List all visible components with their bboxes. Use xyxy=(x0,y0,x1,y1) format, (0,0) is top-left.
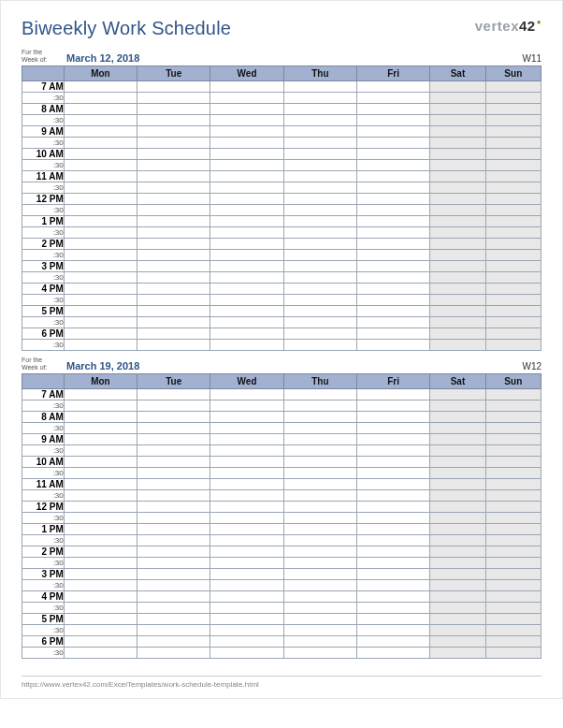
schedule-cell xyxy=(357,138,430,149)
schedule-cell xyxy=(430,227,485,239)
week-start-date: March 12, 2018 xyxy=(66,52,139,64)
schedule-cell xyxy=(283,138,356,149)
half-hour-label: :30 xyxy=(22,445,65,457)
schedule-cell xyxy=(357,457,430,468)
schedule-cell xyxy=(485,648,541,659)
schedule-cell xyxy=(210,389,283,400)
schedule-cell xyxy=(283,558,356,569)
schedule-cell xyxy=(357,306,430,317)
schedule-cell xyxy=(210,205,283,216)
schedule-cell xyxy=(283,591,356,603)
schedule-cell xyxy=(430,104,485,115)
schedule-cell xyxy=(357,171,430,182)
schedule-cell xyxy=(357,524,430,535)
schedule-cell xyxy=(210,138,283,149)
schedule-cell xyxy=(137,535,210,546)
schedule-cell xyxy=(485,250,541,261)
schedule-cell xyxy=(137,468,210,479)
brand-logo: vertex42● xyxy=(475,18,541,34)
schedule-cell xyxy=(357,412,430,423)
schedule-cell xyxy=(357,468,430,479)
schedule-cell xyxy=(430,182,485,194)
schedule-cell xyxy=(137,205,210,216)
schedule-cell xyxy=(64,227,137,239)
half-hour-label: :30 xyxy=(22,93,65,104)
schedule-cell xyxy=(64,284,137,295)
schedule-cell xyxy=(210,250,283,261)
hour-label: 10 AM xyxy=(22,149,65,160)
schedule-cell xyxy=(64,194,137,205)
schedule-cell xyxy=(64,160,137,171)
schedule-cell xyxy=(64,93,137,104)
schedule-cell xyxy=(64,182,137,194)
schedule-cell xyxy=(283,306,356,317)
for-week-label: For theWeek of: xyxy=(22,357,66,371)
schedule-cell xyxy=(430,445,485,457)
schedule-cell xyxy=(357,648,430,659)
schedule-cell xyxy=(64,104,137,115)
schedule-cell xyxy=(64,558,137,569)
schedule-cell xyxy=(283,194,356,205)
day-header: Sun xyxy=(485,66,541,81)
schedule-cell xyxy=(430,261,485,272)
schedule-cell xyxy=(210,295,283,306)
schedule-cell xyxy=(283,227,356,239)
schedule-cell xyxy=(64,513,137,524)
schedule-cell xyxy=(283,502,356,513)
schedule-cell xyxy=(137,194,210,205)
schedule-cell xyxy=(485,149,541,160)
schedule-cell xyxy=(485,636,541,648)
schedule-cell xyxy=(430,457,485,468)
schedule-cell xyxy=(485,479,541,490)
half-hour-label: :30 xyxy=(22,423,65,434)
schedule-cell xyxy=(210,546,283,558)
day-header: Sat xyxy=(430,66,485,81)
schedule-cell xyxy=(64,205,137,216)
schedule-cell xyxy=(137,295,210,306)
schedule-cell xyxy=(283,93,356,104)
schedule-cell xyxy=(210,434,283,445)
schedule-cell xyxy=(137,284,210,295)
schedule-cell xyxy=(64,272,137,284)
day-header: Mon xyxy=(64,66,137,81)
schedule-cell xyxy=(430,149,485,160)
schedule-cell xyxy=(485,126,541,138)
schedule-cell xyxy=(357,502,430,513)
schedule-cell xyxy=(430,239,485,250)
schedule-cell xyxy=(210,648,283,659)
schedule-cell xyxy=(137,423,210,434)
schedule-cell xyxy=(64,546,137,558)
schedule-table: MonTueWedThuFriSatSun7 AM:308 AM:309 AM:… xyxy=(22,66,541,351)
day-header: Wed xyxy=(210,66,283,81)
schedule-cell xyxy=(357,580,430,591)
schedule-cell xyxy=(137,149,210,160)
day-header: Tue xyxy=(137,66,210,81)
schedule-cell xyxy=(485,182,541,194)
day-header: Mon xyxy=(64,374,137,389)
schedule-cell xyxy=(430,535,485,546)
schedule-cell xyxy=(137,93,210,104)
schedule-cell xyxy=(283,434,356,445)
schedule-cell xyxy=(485,614,541,625)
hour-label: 1 PM xyxy=(22,216,65,227)
schedule-cell xyxy=(210,445,283,457)
schedule-cell xyxy=(485,272,541,284)
schedule-cell xyxy=(283,328,356,340)
schedule-cell xyxy=(357,423,430,434)
schedule-cell xyxy=(357,569,430,580)
schedule-cell xyxy=(357,284,430,295)
hour-label: 4 PM xyxy=(22,591,65,603)
schedule-cell xyxy=(485,389,541,400)
schedule-cell xyxy=(357,115,430,126)
schedule-cell xyxy=(485,580,541,591)
schedule-cell xyxy=(485,535,541,546)
schedule-cell xyxy=(485,93,541,104)
schedule-cell xyxy=(357,216,430,227)
schedule-cell xyxy=(137,614,210,625)
schedule-cell xyxy=(210,423,283,434)
half-hour-label: :30 xyxy=(22,250,65,261)
schedule-cell xyxy=(283,115,356,126)
day-header: Thu xyxy=(283,374,356,389)
for-week-label: For theWeek of: xyxy=(22,49,66,64)
schedule-cell xyxy=(210,569,283,580)
